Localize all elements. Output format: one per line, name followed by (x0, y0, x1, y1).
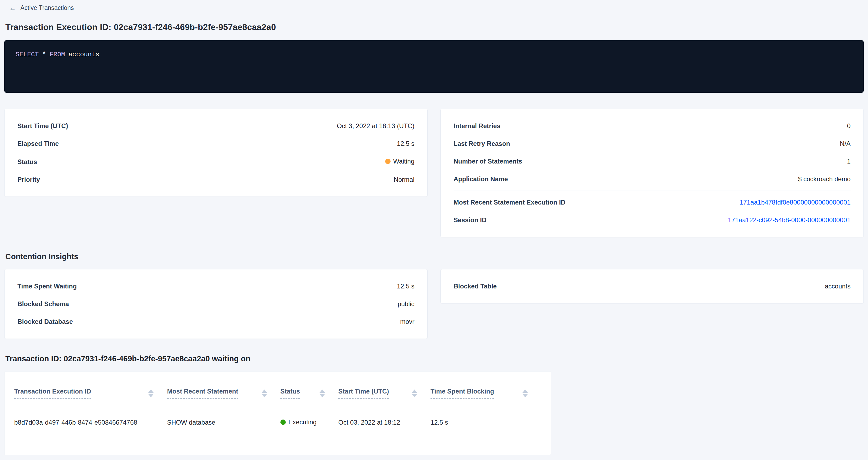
status-waiting-text: Waiting (393, 158, 414, 165)
sort-icon[interactable] (412, 390, 417, 397)
summary-card-left: Start Time (UTC) Oct 3, 2022 at 18:13 (U… (4, 109, 428, 197)
waiting-on-table: Transaction Execution ID Most Recent Sta… (14, 376, 541, 442)
most-recent-statement-column-label: Most Recent Statement (167, 388, 238, 399)
sql-statement-box: SELECT*FROMaccounts (4, 40, 864, 93)
start-time-label: Start Time (UTC) (18, 122, 68, 130)
column-header-start-time[interactable]: Start Time (UTC) (338, 376, 431, 403)
blocked-table-value: accounts (825, 282, 850, 290)
number-of-statements-label: Number of Statements (454, 158, 522, 165)
status-column-label: Status (280, 388, 300, 399)
summary-row-last-retry-reason: Last Retry Reason N/A (454, 135, 850, 153)
contention-card-left: Time Spent Waiting 12.5 s Blocked Schema… (4, 269, 428, 339)
summary-row-elapsed-time: Elapsed Time 12.5 s (18, 135, 414, 153)
sort-icon[interactable] (523, 390, 528, 397)
back-arrow-icon: ← (9, 5, 16, 11)
summary-row-internal-retries: Internal Retries 0 (454, 117, 850, 135)
cell-transaction-execution-id: b8d7d03a-d497-446b-8474-e50846674768 (14, 403, 167, 442)
start-time-column-label: Start Time (UTC) (338, 388, 389, 399)
status-executing-text: Executing (288, 419, 317, 426)
contention-row-blocked-schema: Blocked Schema public (18, 295, 414, 313)
waiting-on-table-panel: Transaction Execution ID Most Recent Sta… (4, 371, 551, 455)
priority-label: Priority (18, 176, 40, 183)
sql-star-operator: * (42, 51, 46, 58)
blocked-schema-label: Blocked Schema (18, 300, 69, 308)
breadcrumb-back-active-transactions[interactable]: ← Active Transactions (9, 4, 74, 11)
contention-card-right: Blocked Table accounts (440, 269, 864, 303)
waiting-on-heading: Transaction ID: 02ca7931-f246-469b-b2fe-… (5, 355, 864, 363)
summary-row-application-name: Application Name $ cockroach demo (454, 170, 850, 188)
cell-start-time: Oct 03, 2022 at 18:12 (338, 403, 431, 442)
column-header-time-spent-blocking[interactable]: Time Spent Blocking (431, 376, 541, 403)
sort-icon[interactable] (261, 390, 267, 397)
last-retry-reason-value: N/A (840, 140, 850, 148)
contention-row-time-spent-waiting: Time Spent Waiting 12.5 s (18, 277, 414, 295)
summary-row-most-recent-statement-execution-id: Most Recent Statement Execution ID 171aa… (454, 193, 850, 211)
summary-row-priority: Priority Normal (18, 171, 414, 188)
blocked-table-label: Blocked Table (454, 282, 497, 290)
cell-most-recent-statement: SHOW database (167, 403, 280, 442)
table-header-row: Transaction Execution ID Most Recent Sta… (14, 376, 541, 403)
application-name-value: $ cockroach demo (798, 175, 850, 183)
summary-row-status: Status Waiting (18, 153, 414, 171)
elapsed-time-label: Elapsed Time (18, 140, 59, 148)
application-name-label: Application Name (454, 175, 508, 183)
contention-insights-heading: Contention Insights (5, 252, 864, 261)
sql-table-name: accounts (68, 51, 99, 58)
blocked-schema-value: public (398, 300, 414, 308)
status-waiting-dot-icon (385, 159, 391, 164)
column-header-status[interactable]: Status (280, 376, 338, 403)
most-recent-statement-execution-id-label: Most Recent Statement Execution ID (454, 198, 565, 206)
contention-row-blocked-database: Blocked Database movr (18, 313, 414, 331)
elapsed-time-value: 12.5 s (397, 140, 414, 148)
table-row: b8d7d03a-d497-446b-8474-e50846674768 SHO… (14, 403, 541, 442)
breadcrumb-label: Active Transactions (20, 4, 74, 11)
column-header-transaction-execution-id[interactable]: Transaction Execution ID (14, 376, 167, 403)
cell-time-spent-blocking: 12.5 s (431, 403, 541, 442)
internal-retries-label: Internal Retries (454, 122, 500, 130)
column-header-most-recent-statement[interactable]: Most Recent Statement (167, 376, 280, 403)
status-executing-dot-icon (280, 420, 286, 425)
page-title: Transaction Execution ID: 02ca7931-f246-… (5, 22, 864, 32)
time-spent-waiting-value: 12.5 s (397, 282, 414, 290)
summary-row-start-time: Start Time (UTC) Oct 3, 2022 at 18:13 (U… (18, 117, 414, 135)
number-of-statements-value: 1 (847, 158, 850, 165)
most-recent-statement-execution-id-link[interactable]: 171aa1b478fdf0e80000000000000001 (740, 198, 850, 206)
contention-row-blocked-table: Blocked Table accounts (454, 277, 850, 295)
sql-keyword-select: SELECT (16, 51, 39, 58)
summary-row-number-of-statements: Number of Statements 1 (454, 153, 850, 170)
active-transaction-details-page: ← Active Transactions Transaction Execut… (0, 0, 868, 455)
time-spent-blocking-column-label: Time Spent Blocking (431, 388, 494, 399)
summary-card-right: Internal Retries 0 Last Retry Reason N/A… (440, 109, 864, 237)
blocked-database-label: Blocked Database (18, 318, 73, 326)
session-id-label: Session ID (454, 216, 487, 224)
transaction-execution-id-column-label: Transaction Execution ID (14, 388, 91, 399)
sort-icon[interactable] (319, 390, 325, 397)
blocked-database-value: movr (400, 318, 414, 326)
start-time-value: Oct 3, 2022 at 18:13 (UTC) (337, 122, 414, 130)
status-label: Status (18, 158, 37, 166)
sql-keyword-from: FROM (50, 51, 65, 58)
internal-retries-value: 0 (847, 122, 850, 130)
cell-status: Executing (280, 403, 338, 442)
summary-cards-row: Start Time (UTC) Oct 3, 2022 at 18:13 (U… (4, 109, 864, 237)
session-id-link[interactable]: 171aa122-c092-54b8-0000-000000000001 (728, 216, 850, 224)
last-retry-reason-label: Last Retry Reason (454, 140, 510, 148)
time-spent-waiting-label: Time Spent Waiting (18, 282, 77, 290)
sort-icon[interactable] (148, 390, 154, 397)
contention-cards-row: Time Spent Waiting 12.5 s Blocked Schema… (4, 269, 864, 339)
summary-row-session-id: Session ID 171aa122-c092-54b8-0000-00000… (454, 211, 850, 229)
status-value: Waiting (385, 158, 414, 165)
priority-value: Normal (394, 176, 414, 183)
